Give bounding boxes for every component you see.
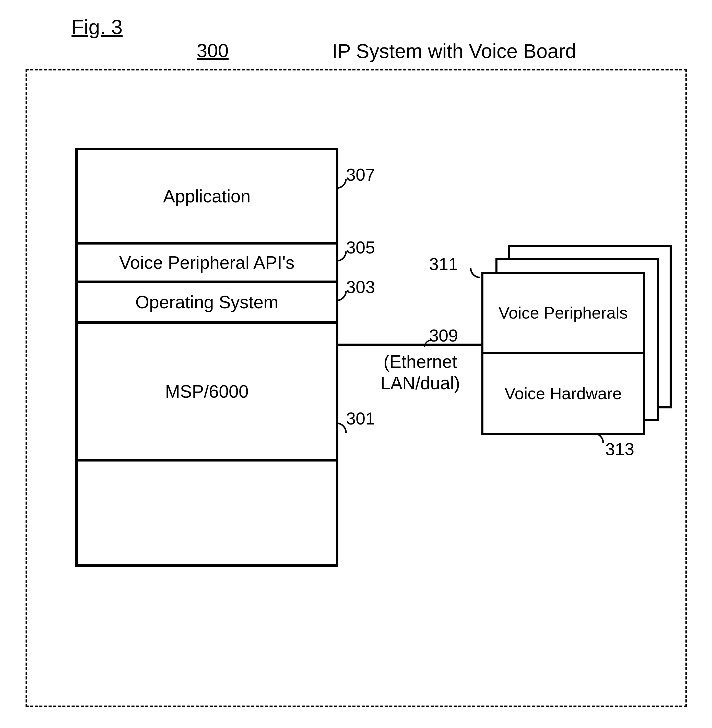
reference-311: 311: [429, 254, 458, 274]
figure-reference-300: 300: [197, 40, 228, 62]
voice-peripherals-box: Voice Peripherals: [484, 274, 643, 352]
reference-305: 305: [346, 237, 375, 257]
reference-303: 303: [346, 277, 375, 297]
ethernet-label: (Ethernet LAN/dual): [381, 351, 460, 394]
figure-label: Fig. 3: [71, 15, 123, 39]
layer-msp-6000: MSP/6000: [78, 321, 336, 459]
layer-empty-bottom: [78, 459, 336, 564]
ethernet-label-line1: (Ethernet: [384, 352, 457, 371]
peripheral-card-front: Voice Peripherals Voice Hardware: [481, 272, 645, 435]
layer-operating-system: Operating System: [78, 281, 336, 321]
figure-title: IP System with Voice Board: [332, 40, 576, 63]
layer-voice-peripheral-api: Voice Peripheral API's: [78, 242, 336, 281]
host-stack: Application Voice Peripheral API's Opera…: [75, 148, 338, 567]
reference-309: 309: [429, 326, 458, 345]
layer-application: Application: [78, 150, 336, 242]
figure-page: Fig. 3 300 IP System with Voice Board Ap…: [0, 0, 712, 728]
reference-313: 313: [605, 439, 634, 459]
ethernet-label-line2: LAN/dual): [381, 373, 460, 393]
reference-307: 307: [346, 165, 375, 185]
peripheral-card-divider: [484, 352, 643, 354]
voice-hardware-box: Voice Hardware: [484, 354, 643, 433]
ethernet-connector-line: [338, 343, 481, 346]
reference-301: 301: [346, 408, 375, 428]
